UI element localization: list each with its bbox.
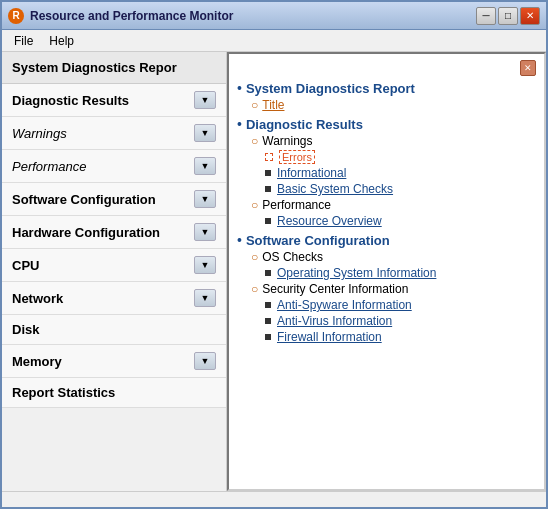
tree-security-center-node: ○ Security Center Information [237, 282, 536, 296]
tree-os-checks-node: ○ OS Checks [237, 250, 536, 264]
window-controls: ─ □ ✕ [476, 7, 540, 25]
tree-basic-checks-link[interactable]: Basic System Checks [237, 182, 536, 196]
sidebar-expand-cpu[interactable]: ▼ [194, 256, 216, 274]
sidebar-item-cpu[interactable]: CPU ▼ [2, 249, 226, 282]
restore-button[interactable]: □ [498, 7, 518, 25]
menu-bar: File Help [2, 30, 546, 52]
tree-title-link[interactable]: ○ Title [237, 98, 536, 112]
sidebar-item-hardware-config[interactable]: Hardware Configuration ▼ [2, 216, 226, 249]
app-icon: R [8, 8, 24, 24]
title-bar: R Resource and Performance Monitor ─ □ ✕ [2, 2, 546, 30]
tree-panel-header: ✕ [237, 60, 536, 76]
sidebar-expand-software[interactable]: ▼ [194, 190, 216, 208]
window-title: Resource and Performance Monitor [30, 9, 476, 23]
status-bar [2, 491, 546, 507]
sidebar-item-diagnostic-results[interactable]: Diagnostic Results ▼ [2, 84, 226, 117]
sidebar-item-memory[interactable]: Memory ▼ [2, 345, 226, 378]
right-panel: ✕ • System Diagnostics Report ○ Title • … [227, 52, 546, 491]
errors-label[interactable]: Errors [279, 150, 315, 164]
sidebar-expand-memory[interactable]: ▼ [194, 352, 216, 370]
tree-close-button[interactable]: ✕ [520, 60, 536, 76]
tree-antivirus-link[interactable]: Anti-Virus Information [237, 314, 536, 328]
sidebar-item-warnings[interactable]: Warnings ▼ [2, 117, 226, 150]
sidebar-item-disk[interactable]: Disk [2, 315, 226, 345]
tree-performance-node: ○ Performance [237, 198, 536, 212]
sidebar-expand-network[interactable]: ▼ [194, 289, 216, 307]
square-icon-3 [265, 218, 271, 224]
tree-firewall-link[interactable]: Firewall Information [237, 330, 536, 344]
menu-file[interactable]: File [6, 32, 41, 50]
square-icon-5 [265, 302, 271, 308]
main-content: System Diagnostics Repor Diagnostic Resu… [2, 52, 546, 491]
tree-panel: ✕ • System Diagnostics Report ○ Title • … [227, 52, 546, 491]
square-icon-6 [265, 318, 271, 324]
sidebar: System Diagnostics Repor Diagnostic Resu… [2, 52, 227, 491]
tree-antispyware-link[interactable]: Anti-Spyware Information [237, 298, 536, 312]
errors-icon [265, 153, 273, 161]
sidebar-item-performance[interactable]: Performance ▼ [2, 150, 226, 183]
tree-section-1: • System Diagnostics Report [237, 80, 536, 96]
square-icon-2 [265, 186, 271, 192]
main-window: R Resource and Performance Monitor ─ □ ✕… [0, 0, 548, 509]
tree-os-info-link[interactable]: Operating System Information [237, 266, 536, 280]
square-icon [265, 170, 271, 176]
sidebar-item-network[interactable]: Network ▼ [2, 282, 226, 315]
sidebar-item-software-config[interactable]: Software Configuration ▼ [2, 183, 226, 216]
tree-resource-overview-link[interactable]: Resource Overview [237, 214, 536, 228]
minimize-button[interactable]: ─ [476, 7, 496, 25]
menu-help[interactable]: Help [41, 32, 82, 50]
tree-warnings-node: ○ Warnings [237, 134, 536, 148]
sidebar-expand-performance[interactable]: ▼ [194, 157, 216, 175]
tree-informational-link[interactable]: Informational [237, 166, 536, 180]
sidebar-expand-warnings[interactable]: ▼ [194, 124, 216, 142]
square-icon-7 [265, 334, 271, 340]
square-icon-4 [265, 270, 271, 276]
sidebar-header: System Diagnostics Repor [2, 52, 226, 84]
sidebar-expand-diagnostic[interactable]: ▼ [194, 91, 216, 109]
sidebar-item-report-stats[interactable]: Report Statistics [2, 378, 226, 408]
close-button[interactable]: ✕ [520, 7, 540, 25]
tree-errors-node: Errors [237, 150, 536, 164]
tree-section-3: • Software Configuration [237, 232, 536, 248]
sidebar-expand-hardware[interactable]: ▼ [194, 223, 216, 241]
tree-section-2: • Diagnostic Results [237, 116, 536, 132]
